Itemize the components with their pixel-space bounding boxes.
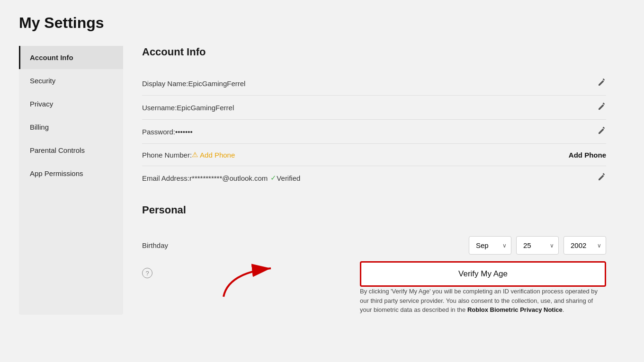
verified-check-icon: ✓: [270, 174, 277, 182]
verify-age-button[interactable]: Verify My Age: [360, 261, 606, 287]
username-value: EpicGamingFerrel: [177, 104, 234, 112]
sidebar-item-security[interactable]: Security: [19, 69, 123, 92]
month-select-wrapper: Sep: [469, 236, 511, 255]
help-col: ?: [142, 261, 152, 278]
email-value: r***********@outlook.com: [189, 174, 268, 182]
verify-col: Verify My Age By clicking 'Verify My Age…: [152, 261, 606, 315]
phone-warning-icon: ⚠: [192, 150, 198, 159]
email-edit-icon[interactable]: [598, 173, 606, 183]
password-value: •••••••: [175, 128, 193, 136]
red-arrow-svg: [200, 254, 295, 301]
day-select[interactable]: 25: [516, 236, 559, 255]
biometric-privacy-link[interactable]: Roblox Biometric Privacy Notice: [467, 306, 563, 313]
email-label: Email Address:: [142, 174, 189, 182]
year-select[interactable]: 2002: [564, 236, 606, 255]
sidebar-item-privacy[interactable]: Privacy: [19, 92, 123, 115]
main-content: Account Info Display Name: EpicGamingFer…: [123, 46, 625, 315]
account-info-title: Account Info: [142, 46, 606, 62]
username-label: Username:: [142, 104, 177, 112]
help-icon[interactable]: ?: [142, 268, 152, 278]
verified-text: Verified: [277, 174, 300, 182]
sidebar-item-app-permissions[interactable]: App Permissions: [19, 162, 123, 185]
account-info-section: Account Info Display Name: EpicGamingFer…: [142, 46, 606, 190]
birthday-selects: Sep 25 2002: [469, 236, 606, 255]
display-name-label: Display Name:: [142, 79, 188, 88]
page-container: My Settings Account Info Security Privac…: [0, 0, 644, 329]
display-name-value: EpicGamingFerrel: [188, 79, 246, 88]
password-edit-icon[interactable]: [598, 126, 606, 137]
personal-section: Personal Birthday Sep 25: [142, 204, 606, 315]
phone-number-row: Phone Number: ⚠ Add Phone Add Phone: [142, 144, 606, 166]
personal-title: Personal: [142, 204, 606, 220]
password-row: Password: •••••••: [142, 120, 606, 144]
birthday-label: Birthday: [142, 241, 218, 249]
verify-row: ?: [142, 261, 606, 315]
settings-layout: Account Info Security Privacy Billing Pa…: [19, 46, 625, 315]
add-phone-link[interactable]: Add Phone: [200, 151, 235, 159]
sidebar-item-parental-controls[interactable]: Parental Controls: [19, 139, 123, 162]
sidebar-item-billing[interactable]: Billing: [19, 115, 123, 139]
password-label: Password:: [142, 128, 175, 136]
month-select[interactable]: Sep: [469, 236, 511, 255]
username-edit-icon[interactable]: [598, 102, 606, 113]
page-title: My Settings: [19, 14, 625, 32]
sidebar: Account Info Security Privacy Billing Pa…: [19, 46, 123, 315]
add-phone-button[interactable]: Add Phone: [569, 151, 606, 159]
display-name-row: Display Name: EpicGamingFerrel: [142, 71, 606, 96]
username-row: Username: EpicGamingFerrel: [142, 96, 606, 120]
verify-description: By clicking 'Verify My Age' you will be …: [360, 287, 606, 315]
sidebar-item-account-info[interactable]: Account Info: [19, 46, 123, 69]
phone-label: Phone Number:: [142, 151, 192, 159]
display-name-edit-icon[interactable]: [598, 78, 606, 88]
email-row: Email Address: r***********@outlook.com …: [142, 166, 606, 190]
year-select-wrapper: 2002: [564, 236, 606, 255]
day-select-wrapper: 25: [516, 236, 559, 255]
